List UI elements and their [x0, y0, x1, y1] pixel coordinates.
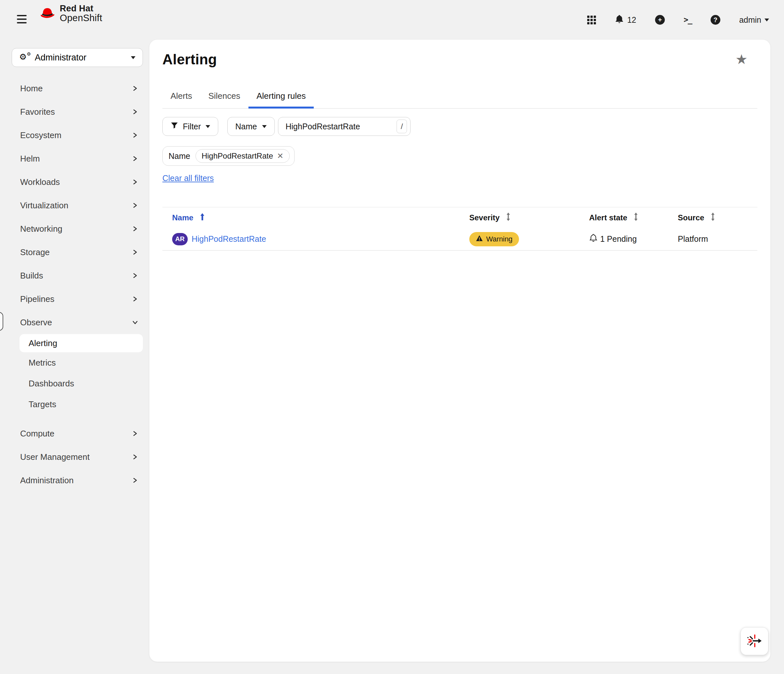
column-header-source[interactable]: Source: [678, 212, 758, 223]
sidebar-item-label: Workloads: [20, 177, 132, 187]
tab-alerting-rules[interactable]: Alerting rules: [249, 86, 314, 108]
user-menu-button[interactable]: admin: [739, 15, 769, 25]
sidebar-item-observe[interactable]: Observe: [0, 310, 149, 334]
drawer-handle[interactable]: [0, 312, 3, 331]
tab-silences[interactable]: Silences: [200, 86, 248, 108]
brand-logo: Red Hat OpenShift: [38, 4, 102, 23]
chip-group-label: Name: [168, 151, 190, 161]
lightspeed-assistant-button[interactable]: [740, 627, 768, 655]
sidebar-item-workloads[interactable]: Workloads: [0, 170, 149, 194]
chevron-right-icon: [132, 133, 138, 138]
rule-name-link[interactable]: HighPodRestartRate: [191, 234, 266, 244]
brand-name-redhat: Red Hat: [60, 4, 102, 13]
sidebar-item-label: Builds: [20, 271, 132, 281]
plus-circle-icon: +: [655, 15, 665, 25]
alerting-rule-badge: AR: [172, 233, 188, 245]
username: admin: [739, 15, 761, 25]
sidebar-item-home[interactable]: Home: [0, 77, 149, 100]
perspective-switcher[interactable]: ⚙⚙ Administrator: [12, 48, 143, 67]
sidebar-item-compute[interactable]: Compute: [0, 422, 149, 445]
chevron-right-icon: [132, 454, 138, 460]
sidebar-subitem-label: Alerting: [29, 338, 57, 348]
chevron-right-icon: [132, 296, 138, 301]
redhat-fedora-icon: [38, 6, 56, 21]
sidebar-navigation: ⚙⚙ Administrator Home Favorites Ecosyste…: [0, 40, 149, 674]
sidebar-item-label: User Management: [20, 452, 132, 462]
filter-attribute-dropdown[interactable]: Name: [227, 117, 275, 136]
chevron-right-icon: [132, 156, 138, 161]
sidebar-item-label: Pipelines: [20, 294, 132, 304]
sidebar-item-label: Administration: [20, 476, 132, 485]
alerting-rules-table: Name Severity Alert state Source: [162, 207, 758, 251]
command-line-terminal-button[interactable]: >_: [684, 15, 692, 24]
notification-count: 12: [627, 15, 636, 25]
sidebar-item-user-management[interactable]: User Management: [0, 445, 149, 469]
chevron-right-icon: [132, 179, 138, 184]
tab-alerts[interactable]: Alerts: [162, 86, 200, 108]
name-search-input[interactable]: [285, 122, 386, 131]
perspective-label: Administrator: [35, 53, 126, 63]
sidebar-item-helm[interactable]: Helm: [0, 147, 149, 170]
sidebar-item-favorites[interactable]: Favorites: [0, 100, 149, 123]
sidebar-item-alerting[interactable]: Alerting: [19, 334, 143, 352]
sidebar-item-label: Storage: [20, 247, 132, 257]
sidebar-item-ecosystem[interactable]: Ecosystem: [0, 123, 149, 147]
sidebar-item-storage[interactable]: Storage: [0, 240, 149, 264]
sidebar-item-dashboards[interactable]: Dashboards: [0, 373, 149, 394]
chevron-right-icon: [132, 86, 138, 91]
app-launcher-button[interactable]: [587, 16, 596, 24]
page-title: Alerting: [162, 51, 758, 68]
bell-outline-icon: [589, 234, 597, 245]
chevron-down-icon: [132, 320, 138, 325]
column-header-alert-state[interactable]: Alert state: [589, 212, 678, 223]
nav-toggle-hamburger-icon[interactable]: [17, 15, 26, 23]
caret-down-icon: [131, 56, 135, 59]
sidebar-item-metrics[interactable]: Metrics: [0, 352, 149, 373]
quick-create-button[interactable]: +: [655, 15, 665, 25]
sidebar-item-targets[interactable]: Targets: [0, 394, 149, 415]
favorite-star-icon[interactable]: ★: [735, 53, 748, 66]
filter-toolbar: Filter Name /: [162, 117, 758, 136]
column-header-severity[interactable]: Severity: [469, 212, 589, 223]
chevron-right-icon: [132, 250, 138, 255]
alert-state-cell: 1 Pending: [589, 234, 678, 245]
attribute-dropdown-label: Name: [235, 122, 257, 131]
filter-chip-value: HighPodRestartRate: [202, 151, 273, 161]
filter-dropdown-button[interactable]: Filter: [162, 117, 218, 136]
bell-icon: [615, 15, 624, 25]
source-cell: Platform: [678, 234, 758, 244]
column-header-name[interactable]: Name: [162, 212, 469, 223]
chevron-right-icon: [132, 203, 138, 208]
alerting-tabs: Alerts Silences Alerting rules: [162, 86, 758, 109]
table-header-row: Name Severity Alert state Source: [162, 207, 758, 228]
notifications-button[interactable]: 12: [615, 15, 636, 25]
sidebar-item-builds[interactable]: Builds: [0, 264, 149, 287]
sidebar-item-label: Helm: [20, 154, 132, 164]
sidebar-item-virtualization[interactable]: Virtualization: [0, 194, 149, 217]
sidebar-item-label: Ecosystem: [20, 130, 132, 140]
question-circle-icon: ?: [711, 15, 720, 25]
column-label: Severity: [469, 213, 499, 222]
sidebar-item-label: Virtualization: [20, 201, 132, 211]
apps-grid-icon: [587, 16, 596, 24]
lightspeed-starburst-icon: [746, 632, 763, 650]
sidebar-item-pipelines[interactable]: Pipelines: [0, 287, 149, 310]
help-button[interactable]: ?: [711, 15, 720, 25]
caret-down-icon: [262, 125, 267, 128]
chevron-right-icon: [132, 431, 138, 436]
warning-triangle-icon: [476, 235, 483, 243]
sidebar-item-label: Observe: [20, 318, 132, 328]
gears-icon: ⚙⚙: [19, 53, 30, 62]
masthead: Red Hat OpenShift 12 + >_ ? admin: [0, 0, 784, 40]
sidebar-item-networking[interactable]: Networking: [0, 217, 149, 240]
observe-subnav: Alerting Metrics Dashboards Targets: [0, 334, 149, 415]
column-label: Source: [678, 213, 704, 222]
sidebar-item-administration[interactable]: Administration: [0, 469, 149, 492]
table-row: AR HighPodRestartRate Warning 1 Pending …: [162, 228, 758, 251]
column-label: Alert state: [589, 213, 627, 222]
source-text: Platform: [678, 234, 708, 244]
clear-all-filters-link[interactable]: Clear all filters: [162, 173, 214, 183]
chip-close-icon[interactable]: ✕: [277, 152, 283, 160]
sidebar-subitem-label: Dashboards: [29, 379, 74, 388]
slash-shortcut-hint: /: [397, 120, 407, 133]
